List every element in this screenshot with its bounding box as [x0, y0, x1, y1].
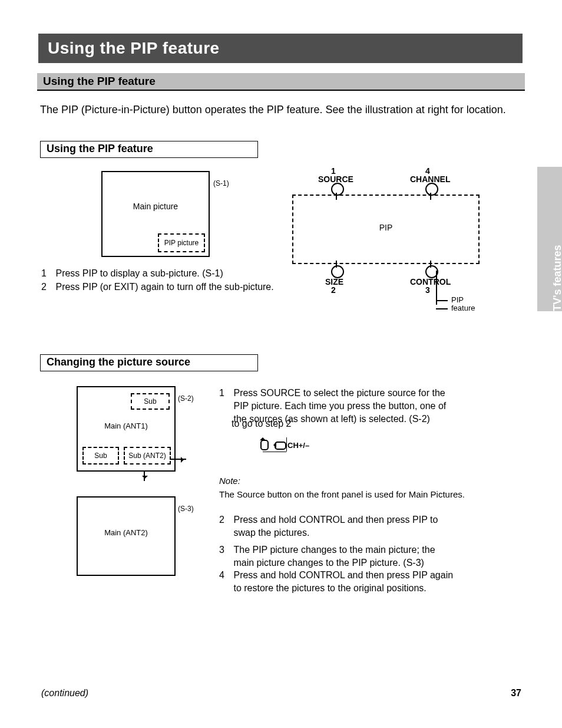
step-number: 2 [219, 513, 231, 526]
illustration-sub1: Sub [131, 393, 170, 410]
key-legend: CH+/– [260, 440, 331, 450]
step-2: 2 Press PIP (or EXIT) again to turn off … [41, 281, 285, 294]
diagram-circle-icon [331, 183, 344, 196]
chapter-title-bar: Using the PIP feature [38, 34, 523, 63]
page-number: 37 [511, 688, 521, 699]
step2-4: 4 Press and hold CONTROL and then press … [219, 569, 457, 595]
step-number: 1 [41, 267, 53, 280]
step2-hint: to go to step 2 [232, 417, 291, 430]
key-bracket [286, 437, 287, 452]
illustration-sub2: Sub [82, 447, 119, 465]
step-text: Press and hold CONTROL and then press PI… [233, 513, 457, 539]
section-title: Using the PIP feature [43, 75, 156, 88]
step2-3: 3 The PIP picture changes to the main pi… [219, 543, 457, 569]
diagram-dashed-box: PIP [292, 195, 480, 264]
step-number: 3 [219, 543, 231, 556]
arrow-right-icon [171, 459, 186, 460]
diagram-circle-icon [331, 265, 344, 278]
diagram-caption-connector [436, 300, 448, 301]
sub-label: Sub [144, 397, 156, 406]
section-title-bar: Using the PIP feature [37, 73, 525, 91]
step-number: 4 [219, 569, 231, 582]
key-legend-text: CH+/– [287, 441, 309, 450]
illustration-pip-rect: PIP picture [158, 233, 205, 252]
illustration-tv-main: Main picture PIP picture [101, 171, 210, 257]
step2-2: 2 Press and hold CONTROL and then press … [219, 513, 457, 539]
diagram-caption: PIP [451, 295, 464, 304]
note-title-text: Note: [219, 476, 240, 486]
step-text: The PIP picture changes to the main pict… [233, 543, 457, 569]
illustration-tv-s3: Main (ANT2) [77, 496, 176, 576]
illustration-s2-main: Main (ANT1) [78, 421, 174, 430]
side-tab: Using the TV's features [537, 167, 562, 311]
illustration-sub3: Sub (ANT2) [124, 447, 171, 465]
illustration-main-label: Main picture [103, 202, 209, 211]
note-body: The Source button on the front panel is … [219, 489, 496, 499]
step-number: 1 [219, 387, 231, 400]
illustration-s3-main: Main (ANT2) [78, 528, 174, 537]
intro-paragraph: The PIP (Picture-in-Picture) button oper… [40, 104, 523, 116]
arrow-down-icon [144, 470, 145, 481]
step-text: Press PIP to display a sub-picture. (S-1… [55, 267, 285, 280]
diagram-caption-connector [436, 308, 448, 309]
step-text: Press PIP (or EXIT) again to turn off th… [55, 281, 285, 294]
chapter-title: Using the PIP feature [48, 39, 220, 58]
diagram-control-label: CONTROL [410, 277, 451, 286]
diagram-control-num: 3 [425, 285, 430, 295]
illustration-caption-s1: (S-1) [213, 179, 229, 187]
key-icon-vertical [260, 440, 269, 450]
step-text: Press and hold CONTROL and then press PI… [233, 569, 457, 595]
illustration-tv-s2: Sub Main (ANT1) Sub Sub (ANT2) [77, 386, 176, 472]
subsection-heading-source: Changing the picture source [40, 354, 258, 371]
subsection-heading-pip: Using the PIP feature [40, 141, 258, 158]
pip-control-diagram: 1 SOURCE 4 CHANNEL PIP SIZE 2 CONTROL 3 … [285, 166, 489, 319]
side-tab-label: Using the TV's features [551, 245, 563, 363]
note-title: Note: [219, 476, 496, 486]
step-1: 1 Press PIP to display a sub-picture. (S… [41, 267, 285, 280]
key-bracket [263, 452, 286, 452]
page-footer: (continued) 37 [41, 688, 521, 699]
diagram-caption2: feature [451, 304, 475, 312]
illustration-caption-s3: (S-3) [178, 505, 194, 513]
key-icon-horizontal [275, 442, 286, 450]
step-number: 2 [41, 281, 53, 294]
diagram-size-num: 2 [331, 285, 336, 295]
diagram-pip-center: PIP [293, 223, 478, 232]
illustration-pip-label: PIP picture [164, 239, 199, 247]
diagram-circle-icon [425, 183, 438, 196]
illustration-caption-s2: (S-2) [178, 394, 194, 403]
sub-label: Sub [94, 452, 107, 460]
footer-continued: (continued) [41, 688, 88, 699]
sub-label: Sub (ANT2) [128, 452, 166, 460]
